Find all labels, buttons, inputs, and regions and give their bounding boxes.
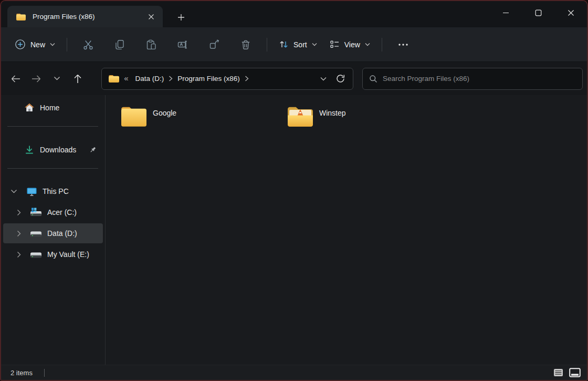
address-bar[interactable]: « Data (D:) Program Files (x86)	[101, 68, 353, 90]
rename-button[interactable]	[171, 34, 194, 55]
maximize-button[interactable]	[522, 1, 554, 24]
share-icon	[208, 39, 220, 50]
file-item-winstep[interactable]: Winstep	[287, 104, 444, 130]
file-item-label: Google	[153, 109, 176, 130]
refresh-button[interactable]	[332, 70, 349, 87]
sidebar-separator	[7, 126, 98, 127]
sidebar-separator	[7, 168, 98, 169]
plus-icon	[177, 14, 185, 21]
delete-button[interactable]	[234, 34, 257, 55]
cut-button[interactable]	[77, 34, 100, 55]
details-view-button[interactable]	[551, 366, 565, 379]
status-bar: 2 items	[1, 365, 587, 380]
new-tab-button[interactable]	[173, 9, 189, 25]
folder-icon	[120, 104, 148, 130]
toolbar-separator	[382, 38, 382, 52]
status-divider	[44, 369, 45, 377]
sort-button[interactable]: Sort	[272, 34, 323, 55]
chevron-right-icon[interactable]	[17, 230, 22, 237]
sidebar-item-label: My Vault (E:)	[47, 250, 89, 259]
sort-button-label: Sort	[293, 40, 307, 49]
sidebar-item-drive-c[interactable]: Acer (C:)	[3, 202, 103, 222]
chevron-down-icon	[50, 43, 55, 46]
command-bar: New	[1, 27, 587, 62]
address-dropdown-button[interactable]	[315, 70, 332, 87]
forward-icon	[31, 74, 41, 84]
navigation-bar: « Data (D:) Program Files (x86)	[1, 62, 587, 95]
file-item-google[interactable]: Google	[120, 104, 278, 130]
this-pc-icon	[26, 187, 37, 197]
pin-icon	[89, 146, 97, 153]
recent-locations-chevron-icon	[54, 76, 60, 81]
paste-button[interactable]	[140, 34, 163, 55]
up-icon	[73, 74, 82, 84]
sidebar-item-label: Data (D:)	[47, 229, 77, 238]
minimize-button[interactable]	[489, 1, 522, 24]
view-list-icon	[330, 39, 340, 49]
breadcrumb-overflow-chevron[interactable]: «	[124, 74, 128, 83]
chevron-down-icon[interactable]	[10, 189, 17, 194]
folder-icon	[16, 13, 26, 21]
new-button[interactable]: New	[8, 34, 61, 55]
sidebar-item-label: Home	[40, 104, 59, 112]
sidebar-item-label: Acer (C:)	[47, 208, 77, 217]
folder-icon	[108, 74, 120, 83]
sidebar-item-home[interactable]: Home	[3, 98, 103, 118]
chevron-right-icon[interactable]	[169, 76, 173, 81]
chevron-right-icon[interactable]	[245, 76, 249, 81]
recent-locations-button[interactable]	[47, 68, 67, 89]
close-button[interactable]	[554, 1, 587, 24]
sidebar-item-label: Downloads	[40, 146, 76, 154]
search-input[interactable]	[383, 75, 576, 83]
view-button-label: View	[344, 40, 360, 49]
sort-arrows-icon	[279, 39, 289, 49]
file-item-label: Winstep	[319, 109, 346, 130]
sidebar-item-this-pc[interactable]: This PC	[3, 181, 103, 201]
downloads-icon	[24, 145, 35, 155]
search-box[interactable]	[362, 68, 583, 90]
breadcrumb-segment[interactable]: Data (D:)	[131, 75, 169, 83]
search-icon	[369, 75, 377, 83]
tab-title: Program Files (x86)	[33, 13, 144, 20]
chevron-right-icon[interactable]	[17, 251, 22, 258]
sidebar-item-downloads[interactable]: Downloads	[3, 140, 103, 160]
large-thumbnails-view-button[interactable]	[568, 366, 582, 379]
window-controls	[489, 1, 587, 24]
details-view-icon	[553, 368, 563, 377]
drive-icon	[30, 250, 42, 260]
file-list[interactable]: Google Winstep	[106, 95, 587, 365]
tab-bar: Program Files (x86)	[1, 1, 587, 27]
forward-button[interactable]	[26, 68, 46, 89]
breadcrumb-segment[interactable]: Program Files (x86)	[173, 75, 245, 83]
chevron-right-icon[interactable]	[17, 209, 22, 216]
navigation-pane: Home Downloads	[1, 95, 106, 365]
drive-icon	[30, 229, 42, 239]
share-button[interactable]	[203, 34, 226, 55]
sidebar-item-drive-e[interactable]: My Vault (E:)	[3, 244, 103, 264]
cut-icon	[82, 39, 94, 50]
item-count: 2 items	[10, 369, 33, 377]
chevron-down-icon	[312, 43, 317, 46]
back-icon	[10, 74, 21, 84]
new-button-label: New	[30, 40, 45, 49]
view-button[interactable]: View	[323, 34, 376, 55]
see-more-button[interactable]	[392, 34, 415, 55]
system-drive-icon	[30, 208, 42, 218]
home-icon	[24, 102, 35, 113]
file-explorer-window: Program Files (x86)	[0, 0, 588, 381]
copy-button[interactable]	[108, 34, 131, 55]
up-button[interactable]	[67, 68, 88, 89]
back-button[interactable]	[5, 68, 26, 89]
sidebar-item-label: This PC	[43, 187, 69, 195]
paste-icon	[145, 39, 157, 50]
toolbar-separator	[267, 38, 267, 52]
large-thumbnails-view-icon	[569, 368, 581, 377]
ellipsis-icon	[398, 43, 408, 46]
folder-with-content-icon	[287, 104, 314, 130]
sidebar-item-drive-d[interactable]: Data (D:)	[3, 223, 103, 243]
explorer-tab[interactable]: Program Files (x86)	[7, 6, 163, 27]
rename-icon	[177, 39, 188, 50]
chevron-down-icon	[365, 43, 370, 46]
tab-close-icon[interactable]	[144, 9, 159, 24]
delete-icon	[240, 39, 251, 50]
